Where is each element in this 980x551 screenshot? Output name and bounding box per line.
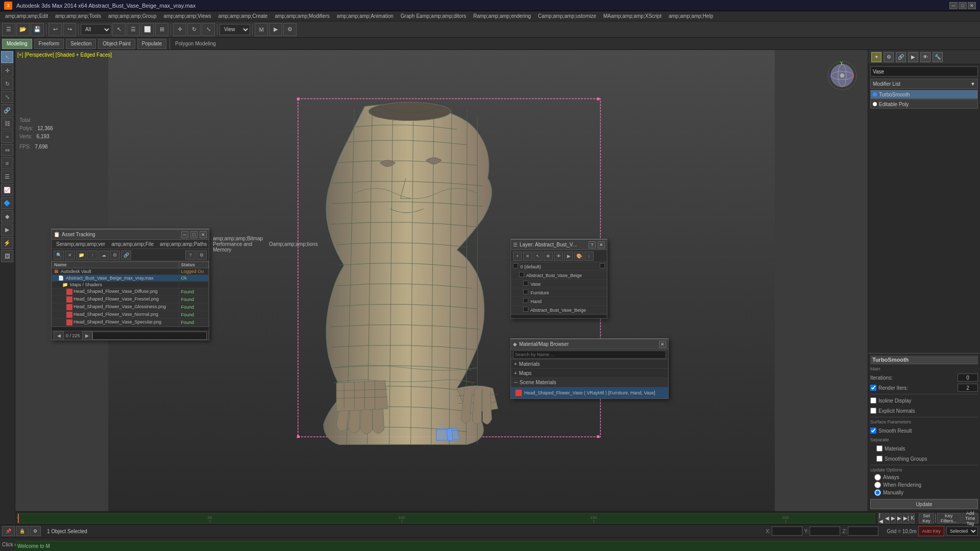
layer-checkbox[interactable] (513, 263, 518, 268)
asset-col-name[interactable]: Name (52, 262, 179, 268)
asset-tracking-scrollbar[interactable] (52, 327, 209, 331)
maps-category[interactable]: + Maps (511, 369, 668, 378)
status-icon-2[interactable]: 🔒 (16, 526, 29, 536)
rotate-button[interactable]: ↻ (187, 23, 201, 36)
at-btn-1[interactable]: 🔍 (54, 251, 64, 260)
asset-tracking-close[interactable]: ✕ (200, 231, 207, 238)
window-crossing-button[interactable]: ⊞ (155, 23, 168, 36)
curve-editor-tool[interactable]: 📈 (1, 184, 13, 196)
object-name-field[interactable] (870, 66, 978, 77)
layer-new-btn[interactable]: + (513, 252, 522, 261)
menu-views[interactable]: amp;amp;amp;Views (160, 12, 214, 21)
bind-space-warp-tool[interactable]: ≈ (1, 131, 13, 143)
timeline-playhead[interactable] (18, 514, 19, 523)
prev-frame-btn[interactable]: ◀ (885, 513, 890, 523)
layer-color-btn[interactable]: 🎨 (574, 252, 583, 261)
rect-select-button[interactable]: ⬜ (141, 23, 154, 36)
render-setup-button[interactable]: ⚙ (283, 23, 297, 36)
layer-checkbox[interactable] (523, 281, 528, 286)
layer-select-btn[interactable]: ↖ (533, 252, 543, 261)
table-row[interactable]: Abstract_Bust_Vase_Beige (511, 306, 607, 314)
layer-checkbox[interactable] (523, 307, 528, 312)
menu-tools[interactable]: amp;amp;amp;Tools (52, 12, 104, 21)
explicit-normals-checkbox[interactable] (870, 408, 876, 414)
align-tool[interactable]: ≡ (1, 157, 13, 169)
materials-checkbox[interactable] (876, 445, 883, 452)
layer-checkbox[interactable] (523, 298, 528, 303)
minimize-button[interactable]: ─ (949, 2, 958, 9)
table-row[interactable]: 📄Abstract_Bust_Vase_Beige_max_vray.max O… (52, 275, 209, 282)
render-button[interactable]: ▶ (269, 23, 282, 36)
add-time-tag-button[interactable]: Add Time Tag (962, 513, 979, 523)
viewport-shading[interactable]: View (219, 24, 250, 35)
redo-button[interactable]: ↪ (63, 23, 76, 36)
schematic-view-tool[interactable]: 🔷 (1, 197, 13, 209)
select-filter[interactable]: All (81, 24, 111, 35)
create-tab[interactable]: ✦ (871, 52, 881, 62)
asset-search-input[interactable] (92, 332, 207, 340)
select-by-name-button[interactable]: ☰ (127, 23, 140, 36)
next-frame-btn[interactable]: ▶ (897, 513, 902, 523)
key-mode-btn[interactable]: K (911, 513, 915, 523)
table-row[interactable]: 0 (default) (511, 262, 607, 271)
at-btn-help[interactable]: ? (185, 251, 195, 260)
autokey-button[interactable]: Auto Key (918, 526, 944, 536)
z-input[interactable] (848, 527, 878, 536)
at-btn-4[interactable]: ↑ (87, 251, 97, 260)
material-editor-button[interactable]: M (255, 23, 268, 36)
menu-modifiers[interactable]: amp;amp;amp;Modifiers (272, 12, 332, 21)
x-input[interactable] (772, 527, 802, 536)
tab-selection[interactable]: Selection (66, 39, 96, 49)
tab-populate[interactable]: Populate (137, 39, 166, 49)
undo-button[interactable]: ↩ (48, 23, 62, 36)
new-scene-button[interactable]: ☰ (2, 23, 15, 36)
smooth-result-checkbox[interactable] (870, 428, 876, 434)
smoothing-groups-checkbox[interactable] (876, 456, 883, 462)
render-iters-input[interactable] (958, 384, 978, 392)
table-row[interactable]: Head_Shaped_Flower_Vase_Normal.png Found (52, 311, 209, 319)
at-menu-file[interactable]: amp;amp;amp;File (109, 241, 156, 247)
modifier-list-header[interactable]: Modifier List ▼ (870, 79, 978, 89)
layer-checkbox[interactable] (523, 289, 528, 294)
always-radio[interactable] (874, 474, 881, 481)
open-file-button[interactable]: 📂 (16, 23, 30, 36)
at-menu-server[interactable]: Seramp;amp;amp;ver (54, 241, 108, 247)
link-tool[interactable]: 🔗 (1, 104, 13, 116)
scene-materials-category[interactable]: ─ Scene Materials (511, 378, 668, 387)
y-input[interactable] (810, 527, 840, 536)
manually-radio[interactable] (874, 489, 881, 496)
table-row[interactable]: Head_Shaped_Flower_Vase_Glossiness.png F… (52, 304, 209, 311)
rotate-tool[interactable]: ↻ (1, 78, 13, 90)
asset-tracking-minimize[interactable]: ─ (181, 231, 188, 238)
table-row[interactable]: Abstract_Bust_Vase_Beige (511, 271, 607, 280)
motion-tab[interactable]: ▶ (908, 52, 918, 62)
render-active-tool[interactable]: 🖼 (1, 250, 13, 262)
navigation-gizmo[interactable]: X Y Z (827, 60, 857, 91)
layer-hide-btn[interactable]: 👁 (554, 252, 563, 261)
materials-category[interactable]: + Materials (511, 360, 668, 369)
menu-rendering[interactable]: Ramp;amp;amp;endering (470, 12, 534, 21)
table-row[interactable]: 📁Maps / Shaders (52, 282, 209, 288)
material-search-input[interactable] (513, 350, 666, 359)
modifier-editable-poly[interactable]: Editable Poly (870, 99, 978, 109)
scale-tool[interactable]: ⤡ (1, 91, 13, 103)
layer-freeze-btn[interactable]: ❄ (544, 252, 553, 261)
table-row[interactable]: Hand (511, 297, 607, 306)
at-btn-7[interactable]: 🔗 (121, 251, 131, 260)
close-button[interactable]: ✕ (968, 2, 976, 9)
layers-close[interactable]: ✕ (598, 241, 605, 248)
autokey-select[interactable]: Selected (946, 527, 978, 536)
menu-group[interactable]: amp;amp;amp;Group (105, 12, 160, 21)
set-key-button[interactable]: Set Key (919, 513, 934, 523)
at-btn-5[interactable]: ☁ (99, 251, 109, 260)
update-button[interactable]: Update (870, 499, 978, 509)
menu-animation[interactable]: amp;amp;amp;Animation (334, 12, 397, 21)
layer-delete-btn[interactable]: ✕ (523, 252, 532, 261)
frame-input-field[interactable] (935, 514, 936, 523)
layer-checkbox[interactable] (519, 272, 524, 277)
asset-tracking-restore[interactable]: □ (190, 231, 198, 238)
table-row[interactable]: Head_Shaped_Flower_Vase_Diffuse.png Foun… (52, 288, 209, 296)
mirror-tool[interactable]: ⇔ (1, 144, 13, 156)
tab-freeform[interactable]: Freeform (34, 39, 64, 49)
layer-render-btn[interactable]: ▶ (564, 252, 573, 261)
